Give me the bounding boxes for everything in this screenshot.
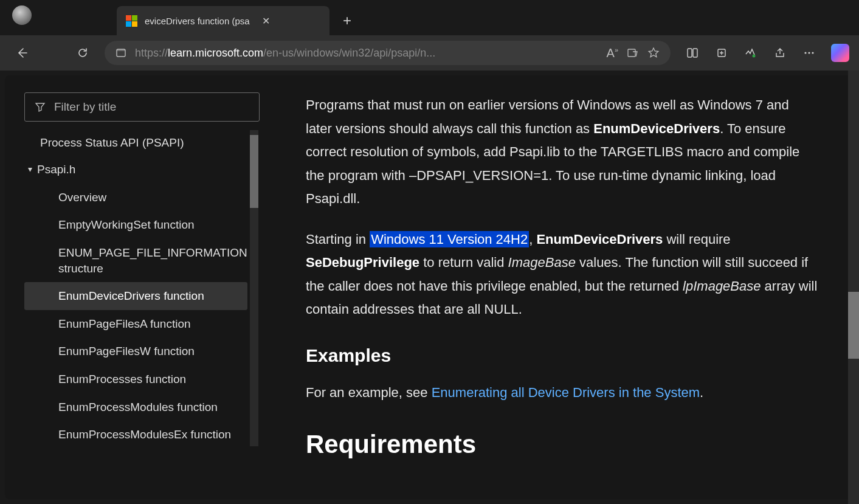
browser-toolbar: https://learn.microsoft.com/en-us/window… — [0, 35, 859, 71]
arrow-left-icon — [16, 47, 28, 59]
address-bar[interactable]: https://learn.microsoft.com/en-us/window… — [105, 41, 671, 65]
profile-avatar[interactable] — [12, 5, 32, 25]
performance-icon[interactable] — [739, 41, 763, 65]
forward-button — [40, 41, 64, 65]
highlighted-text: Windows 11 Version 24H2 — [370, 231, 529, 247]
heading-requirements: Requirements — [306, 422, 818, 467]
translate-icon[interactable] — [627, 47, 639, 59]
sidebar-scrollbar-thumb[interactable] — [250, 135, 258, 208]
svg-rect-2 — [628, 49, 635, 57]
share-icon[interactable] — [768, 41, 792, 65]
nav-item-overview[interactable]: Overview — [24, 184, 247, 212]
refresh-button[interactable] — [71, 41, 95, 65]
back-button[interactable] — [10, 41, 34, 65]
nav-item-enumprocessmodules[interactable]: EnumProcessModules function — [24, 393, 247, 421]
nav-root[interactable]: Process Status API (PSAPI) — [24, 130, 247, 156]
nav-parent[interactable]: ▾ Psapi.h — [24, 156, 247, 184]
refresh-icon — [77, 47, 89, 59]
svg-rect-4 — [693, 49, 697, 57]
svg-point-9 — [812, 52, 813, 54]
favorite-icon[interactable] — [647, 47, 660, 59]
paragraph-2: Starting in Windows 11 Version 24H2, Enu… — [306, 228, 818, 322]
nav-item-enumprocessmodulesex[interactable]: EnumProcessModulesEx function — [24, 421, 247, 446]
more-menu-icon[interactable] — [797, 41, 821, 65]
nav-item-enum-page-file-info[interactable]: ENUM_PAGE_FILE_INFORMATION structure — [24, 239, 247, 282]
page-content: Filter by title Process Status API (PSAP… — [5, 75, 854, 499]
filter-placeholder: Filter by title — [54, 100, 116, 114]
microsoft-favicon — [125, 15, 137, 27]
svg-rect-3 — [688, 49, 692, 57]
nav-item-emptyworkingset[interactable]: EmptyWorkingSet function — [24, 211, 247, 239]
svg-point-8 — [808, 52, 810, 54]
tab-close-icon[interactable]: ✕ — [262, 15, 270, 27]
example-link[interactable]: Enumerating all Device Drivers in the Sy… — [432, 385, 700, 400]
nav-list: Process Status API (PSAPI) ▾ Psapi.h Ove… — [24, 130, 260, 446]
site-info-icon[interactable] — [116, 47, 126, 58]
copilot-icon[interactable] — [831, 44, 849, 62]
svg-point-6 — [753, 55, 756, 58]
sidebar: Filter by title Process Status API (PSAP… — [5, 75, 269, 499]
filter-icon — [35, 102, 46, 112]
heading-examples: Examples — [306, 340, 818, 372]
svg-rect-1 — [117, 49, 125, 51]
titlebar: eviceDrivers function (psa ✕ + — [0, 0, 859, 35]
nav-item-enumpagefilesw[interactable]: EnumPageFilesW function — [24, 337, 247, 365]
new-tab-button[interactable]: + — [343, 12, 351, 29]
page-scrollbar-thumb[interactable] — [848, 292, 859, 359]
tab-title: eviceDrivers function (psa — [145, 16, 250, 26]
example-paragraph: For an example, see Enumerating all Devi… — [306, 381, 818, 405]
page-scrollbar-track[interactable] — [848, 71, 859, 504]
article-content: Programs that must run on earlier versio… — [269, 75, 854, 499]
nav-item-enumdevicedrivers[interactable]: EnumDeviceDrivers function — [24, 282, 247, 310]
chevron-down-icon: ▾ — [28, 164, 32, 175]
browser-tab[interactable]: eviceDrivers function (psa ✕ — [117, 6, 329, 35]
nav-item-enumpagefilesa[interactable]: EnumPageFilesA function — [24, 310, 247, 338]
read-aloud-icon[interactable]: A» — [607, 46, 618, 60]
filter-input[interactable]: Filter by title — [24, 92, 260, 122]
svg-point-7 — [804, 52, 806, 54]
split-screen-icon[interactable] — [680, 41, 705, 65]
paragraph-1: Programs that must run on earlier versio… — [306, 94, 818, 211]
collections-icon[interactable] — [709, 41, 734, 65]
url-text: https://learn.microsoft.com/en-us/window… — [135, 47, 598, 60]
nav-item-enumprocesses[interactable]: EnumProcesses function — [24, 365, 247, 393]
